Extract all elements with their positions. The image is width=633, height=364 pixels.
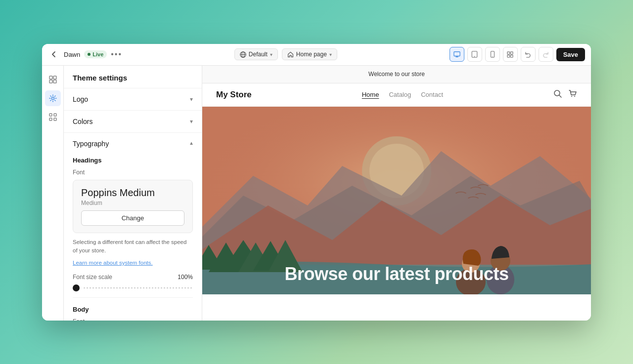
more-button[interactable]: ••• bbox=[111, 50, 122, 59]
font-helper-text: Selecting a different font can affect th… bbox=[73, 238, 193, 255]
font-size-value: 100% bbox=[178, 274, 193, 281]
homepage-selector[interactable]: Home page ▾ bbox=[282, 48, 337, 60]
typography-label: Typography bbox=[73, 140, 109, 148]
live-badge: Live bbox=[84, 50, 107, 58]
headings-font-name: Poppins Medium bbox=[81, 187, 184, 199]
colors-label: Colors bbox=[73, 118, 92, 125]
desktop-view-button[interactable] bbox=[450, 47, 464, 62]
typography-section: Typography ▾ Headings Font Poppins Mediu… bbox=[64, 133, 202, 321]
colors-chevron-icon: ▾ bbox=[190, 118, 193, 125]
svg-point-23 bbox=[554, 90, 560, 96]
headings-font-label: Font bbox=[73, 169, 193, 176]
live-dot bbox=[88, 53, 90, 56]
announcement-bar: Welcome to our store bbox=[202, 66, 591, 83]
svg-rect-17 bbox=[53, 80, 56, 83]
store-nav-icons bbox=[553, 89, 577, 100]
preview-area: Welcome to our store My Store Home Catal… bbox=[202, 66, 591, 321]
hero-image: Browse our latest products bbox=[202, 107, 591, 294]
tablet-view-button[interactable] bbox=[467, 47, 482, 62]
grid-icon bbox=[507, 51, 513, 58]
home-icon bbox=[287, 51, 294, 58]
svg-rect-13 bbox=[511, 55, 513, 57]
svg-rect-15 bbox=[53, 76, 56, 79]
learn-more-link[interactable]: Learn more about system fonts. bbox=[73, 260, 153, 266]
svg-point-26 bbox=[574, 96, 575, 97]
svg-rect-16 bbox=[49, 80, 52, 83]
svg-rect-10 bbox=[507, 51, 510, 54]
body-section: Body Font Assistant Regular bbox=[73, 297, 193, 321]
undo-button[interactable] bbox=[521, 47, 536, 62]
nav-link-contact[interactable]: Contact bbox=[421, 91, 443, 98]
nav-link-home[interactable]: Home bbox=[362, 91, 379, 98]
sections-icon bbox=[49, 76, 57, 83]
font-size-label: Font size scale bbox=[73, 274, 112, 281]
chevron-down-icon: ▾ bbox=[329, 52, 332, 57]
slider-thumb bbox=[73, 284, 80, 291]
svg-point-9 bbox=[492, 56, 493, 57]
hero-text: Browse our latest products bbox=[202, 264, 591, 284]
search-icon[interactable] bbox=[553, 89, 562, 100]
announcement-text: Welcome to our store bbox=[368, 71, 425, 78]
typography-section-header[interactable]: Typography ▾ bbox=[64, 133, 202, 155]
settings-panel: Theme settings Logo ▾ Colors ▾ Typograph… bbox=[64, 66, 202, 321]
back-button[interactable] bbox=[48, 48, 60, 60]
headings-font-card: Poppins Medium Medium Change bbox=[73, 180, 193, 233]
store-name: Dawn bbox=[64, 51, 80, 58]
sidebar-item-settings[interactable] bbox=[45, 90, 61, 106]
headings-label: Headings bbox=[73, 157, 193, 164]
slider-track bbox=[84, 287, 193, 288]
logo-label: Logo bbox=[73, 95, 88, 103]
grid-view-button[interactable] bbox=[503, 47, 518, 62]
desktop-icon bbox=[453, 51, 460, 58]
redo-icon bbox=[543, 51, 549, 58]
typography-content: Headings Font Poppins Medium Medium Chan… bbox=[64, 157, 202, 321]
apps-icon bbox=[49, 113, 57, 121]
font-size-slider[interactable] bbox=[73, 284, 193, 291]
globe-icon bbox=[240, 51, 246, 58]
mobile-view-button[interactable] bbox=[485, 47, 500, 62]
svg-rect-21 bbox=[49, 118, 52, 121]
store-nav-links: Home Catalog Contact bbox=[362, 91, 443, 98]
svg-rect-19 bbox=[49, 114, 52, 116]
body-label: Body bbox=[73, 306, 193, 313]
change-headings-font-button[interactable]: Change bbox=[81, 210, 184, 226]
main-content: Theme settings Logo ▾ Colors ▾ Typograph… bbox=[42, 66, 591, 321]
svg-rect-14 bbox=[49, 76, 52, 79]
settings-icon bbox=[49, 94, 57, 102]
store-preview: My Store Home Catalog Contact bbox=[202, 83, 591, 321]
nav-link-catalog[interactable]: Catalog bbox=[389, 91, 411, 98]
logo-section: Logo ▾ bbox=[64, 88, 202, 111]
svg-rect-20 bbox=[54, 114, 56, 116]
headings-font-weight: Medium bbox=[81, 200, 184, 206]
svg-point-7 bbox=[474, 56, 475, 57]
redo-button[interactable] bbox=[539, 47, 553, 62]
cart-icon[interactable] bbox=[568, 89, 577, 100]
default-selector[interactable]: Default ▾ bbox=[234, 48, 278, 60]
store-nav: My Store Home Catalog Contact bbox=[202, 83, 591, 107]
svg-point-25 bbox=[571, 96, 572, 97]
svg-point-18 bbox=[51, 97, 54, 99]
logo-chevron-icon: ▾ bbox=[190, 96, 193, 103]
svg-rect-11 bbox=[511, 51, 513, 54]
tablet-icon bbox=[471, 51, 478, 58]
icon-sidebar bbox=[42, 66, 64, 321]
svg-rect-12 bbox=[507, 55, 510, 57]
undo-icon bbox=[525, 51, 531, 58]
sidebar-item-apps[interactable] bbox=[45, 109, 61, 125]
svg-rect-22 bbox=[54, 118, 56, 121]
topbar: Dawn Live ••• Default ▾ Home bbox=[42, 44, 591, 66]
svg-line-24 bbox=[559, 95, 561, 97]
typography-chevron-icon: ▾ bbox=[190, 140, 193, 147]
chevron-down-icon: ▾ bbox=[270, 52, 272, 57]
logo-section-header[interactable]: Logo ▾ bbox=[64, 88, 202, 110]
font-size-section: Font size scale 100% bbox=[73, 274, 193, 291]
mobile-icon bbox=[490, 51, 495, 58]
store-logo: My Store bbox=[216, 90, 252, 100]
svg-rect-3 bbox=[454, 52, 460, 56]
save-button[interactable]: Save bbox=[556, 48, 585, 61]
sidebar-item-sections[interactable] bbox=[45, 72, 61, 87]
settings-title: Theme settings bbox=[64, 66, 202, 88]
colors-section-header[interactable]: Colors ▾ bbox=[64, 111, 202, 132]
body-font-label: Font bbox=[73, 318, 193, 321]
colors-section: Colors ▾ bbox=[64, 111, 202, 133]
